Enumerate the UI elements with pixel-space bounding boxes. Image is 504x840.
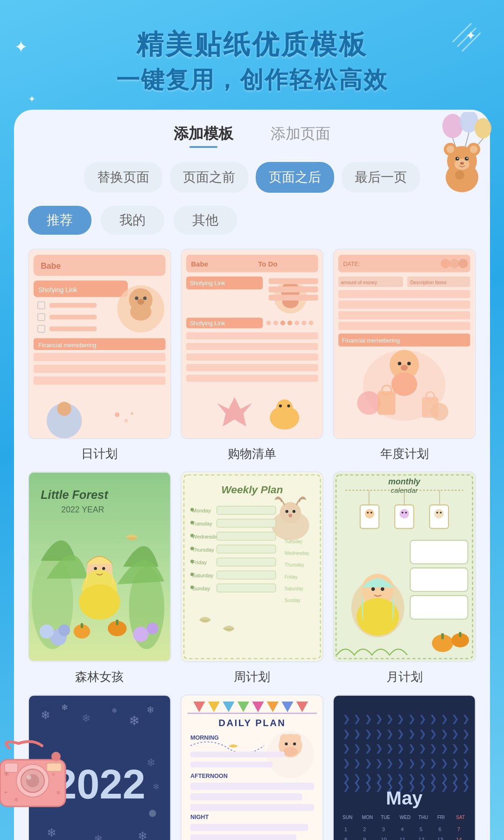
- svg-point-201: [381, 588, 385, 591]
- header: 精美贴纸优质模板 一键复用，创作轻松高效: [0, 0, 504, 110]
- svg-text:MORNING: MORNING: [190, 735, 219, 742]
- category-buttons: 推荐 我的 其他: [28, 206, 476, 235]
- svg-point-14: [470, 146, 477, 153]
- template-thumb-may: ❯❯❯❯❯❯❯❯❯❯❯❯ ❯❯❯❯❯❯❯❯❯❯❯❯ ❯❯❯❯❯❯❯❯❯❯❯❯ ❯…: [333, 694, 476, 840]
- svg-rect-108: [338, 322, 470, 330]
- template-item-shopping[interactable]: Babe To Do Shofying Link: [181, 249, 324, 462]
- svg-text:5: 5: [420, 826, 422, 832]
- svg-point-116: [401, 364, 408, 371]
- svg-point-248: [283, 747, 297, 756]
- svg-text:❄: ❄: [47, 826, 56, 840]
- svg-text:MON: MON: [362, 815, 373, 820]
- template-thumb-weekly: Weekly Plan Monday Tuesday: [181, 471, 324, 662]
- svg-text:❯❯❯❯❯❯❯❯❯❯❯❯: ❯❯❯❯❯❯❯❯❯❯❯❯: [343, 714, 473, 725]
- svg-rect-141: [116, 620, 119, 625]
- template-item-monthly[interactable]: monthly calendar: [333, 471, 476, 685]
- svg-text:8: 8: [344, 837, 347, 840]
- svg-rect-56: [34, 364, 165, 373]
- svg-rect-159: [217, 558, 275, 567]
- svg-point-128: [40, 625, 54, 639]
- template-grid: Babe Shofying Link: [28, 249, 476, 840]
- svg-rect-74: [268, 278, 318, 284]
- btn-last-page[interactable]: 最后一页: [342, 162, 420, 193]
- svg-point-172: [190, 534, 194, 538]
- svg-point-12: [447, 146, 454, 153]
- svg-rect-88: [186, 353, 318, 360]
- btn-replace-page[interactable]: 替换页面: [84, 162, 162, 193]
- svg-text:2: 2: [363, 826, 366, 832]
- svg-text:Sunday: Sunday: [284, 598, 301, 603]
- svg-rect-257: [190, 835, 296, 840]
- btn-recommend[interactable]: 推荐: [28, 206, 91, 235]
- svg-text:Weekly  Plan: Weekly Plan: [221, 483, 283, 496]
- svg-point-149: [288, 514, 292, 518]
- svg-text:❯❯❯❯❯❯❯❯❯❯❯❯: ❯❯❯❯❯❯❯❯❯❯❯❯: [343, 743, 473, 754]
- svg-text:❄: ❄: [147, 756, 155, 769]
- svg-rect-252: [190, 783, 314, 790]
- svg-rect-254: [190, 804, 314, 811]
- svg-text:11: 11: [400, 837, 406, 840]
- template-item-forest[interactable]: Little Forest 2022 YEAR: [28, 471, 171, 685]
- svg-text:Description Items: Description Items: [410, 280, 447, 285]
- svg-text:SAT: SAT: [456, 815, 465, 820]
- svg-point-174: [190, 560, 194, 564]
- svg-point-244: [280, 734, 289, 743]
- tab-add-page[interactable]: 添加页面: [271, 124, 330, 148]
- template-item-weekly[interactable]: Weekly Plan Monday Tuesday: [181, 471, 324, 685]
- svg-point-20: [460, 162, 464, 165]
- svg-rect-86: [186, 332, 318, 339]
- svg-rect-105: [338, 290, 470, 298]
- svg-text:Wednesday: Wednesday: [284, 551, 309, 556]
- template-label-forest: 森林女孩: [75, 669, 124, 685]
- svg-point-44: [135, 296, 139, 300]
- svg-point-196: [440, 512, 442, 514]
- camera-decoration: ❄ ❄ ❄ ❄ ☂: [0, 734, 75, 818]
- svg-point-229: [149, 810, 156, 817]
- btn-other[interactable]: 其他: [174, 206, 237, 235]
- svg-text:Tuesday: Tuesday: [192, 521, 212, 527]
- template-item-yearly[interactable]: DATE: amount of money Description Items: [333, 249, 476, 462]
- btn-before-page[interactable]: 页面之前: [170, 162, 248, 193]
- template-label-monthly: 月计划: [386, 669, 423, 685]
- svg-rect-155: [217, 532, 275, 541]
- svg-text:1: 1: [344, 826, 347, 832]
- svg-point-188: [365, 509, 374, 518]
- svg-text:Shofying Link: Shofying Link: [189, 280, 225, 287]
- template-thumb-yearly: DATE: amount of money Description Items: [333, 249, 476, 440]
- svg-text:❄: ❄: [138, 829, 147, 840]
- svg-point-61: [124, 419, 128, 422]
- svg-point-117: [357, 391, 381, 414]
- btn-after-page[interactable]: 页面之后: [256, 162, 334, 193]
- tab-add-template[interactable]: 添加模板: [174, 124, 233, 148]
- template-label-yearly: 年度计划: [380, 446, 429, 462]
- svg-text:Thursday: Thursday: [192, 547, 214, 553]
- svg-text:❄: ❄: [129, 714, 140, 728]
- main-card: 添加模板 添加页面 替换页面 页面之前 页面之后 最后一页 推荐 我的 其他 B…: [14, 110, 490, 840]
- template-item-daily[interactable]: Babe Shofying Link: [28, 249, 171, 462]
- svg-rect-50: [49, 315, 97, 319]
- template-item-dailyplan[interactable]: DAILY PLAN MORNING: [181, 694, 324, 840]
- svg-text:2022  YEAR: 2022 YEAR: [61, 505, 104, 515]
- svg-text:amount of money: amount of money: [341, 280, 378, 285]
- svg-rect-75: [268, 286, 318, 292]
- svg-point-79: [266, 321, 271, 325]
- svg-point-136: [94, 567, 97, 570]
- svg-point-60: [115, 412, 119, 417]
- svg-text:❄: ❄: [51, 772, 55, 777]
- template-item-may[interactable]: ❯❯❯❯❯❯❯❯❯❯❯❯ ❯❯❯❯❯❯❯❯❯❯❯❯ ❯❯❯❯❯❯❯❯❯❯❯❯ ❯…: [333, 694, 476, 840]
- svg-text:Monday: Monday: [192, 508, 211, 514]
- svg-text:Friday: Friday: [192, 560, 207, 566]
- svg-text:Saturday: Saturday: [284, 586, 303, 591]
- svg-text:7: 7: [457, 826, 460, 832]
- svg-text:❄: ❄: [153, 783, 160, 792]
- svg-point-19: [467, 158, 468, 159]
- svg-point-18: [457, 158, 459, 159]
- svg-point-43: [130, 303, 151, 321]
- svg-point-94: [287, 404, 290, 407]
- svg-point-146: [280, 502, 301, 523]
- template-label-shopping: 购物清单: [228, 446, 276, 462]
- svg-rect-151: [217, 506, 275, 515]
- btn-mine[interactable]: 我的: [101, 206, 164, 235]
- svg-point-191: [400, 509, 409, 518]
- svg-point-83: [294, 321, 299, 325]
